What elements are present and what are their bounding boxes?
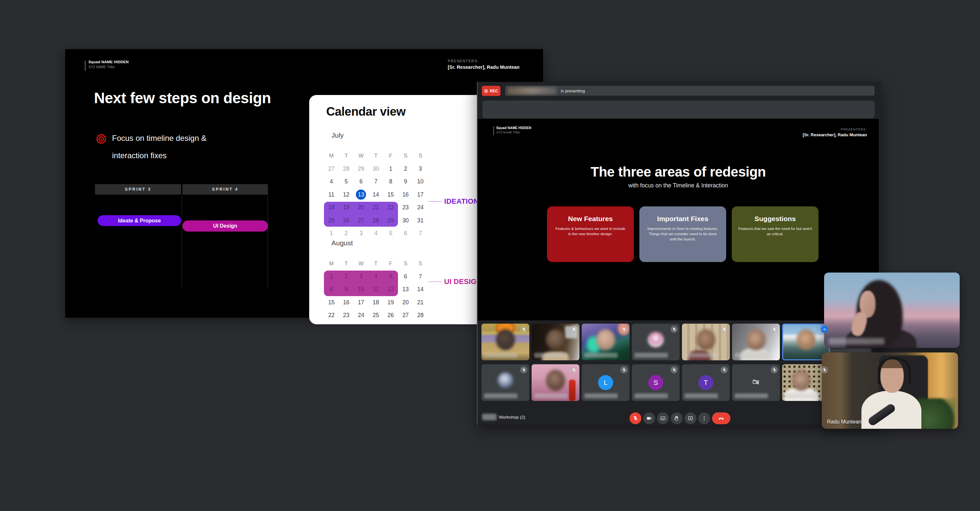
calendar-week-row: 1234567 [324, 270, 432, 283]
calendar-day: 25 [324, 214, 339, 227]
shared-slide-title: The three areas of redesign [477, 164, 879, 180]
calendar-day: 24 [354, 309, 369, 322]
participant-name-redacted [735, 393, 768, 398]
calendar-day: 14 [413, 283, 428, 296]
slide-bullet: Focus on timeline design & interaction f… [96, 129, 206, 164]
calendar-day: 18 [369, 296, 383, 309]
svg-text:CC: CC [662, 418, 664, 420]
participant-grid-row-2: LST [482, 364, 830, 401]
participant-name-redacted [584, 393, 618, 398]
calendar-day: 27 [354, 214, 369, 227]
calendar-week-row: 45678910 [324, 175, 432, 188]
annotation-ui-design: UI DESIGN [428, 277, 482, 286]
calendar-day: 15 [324, 296, 339, 309]
participant-tile[interactable] [531, 324, 579, 360]
calendar-day: 1 [324, 227, 339, 240]
column-divider [267, 194, 268, 288]
calendar-week-row: 22232425262728 [324, 309, 432, 322]
participant-tile[interactable]: L [582, 364, 630, 401]
calendar-day: 4 [369, 270, 383, 283]
card-new-features: New Features Features & behaviours we wa… [547, 206, 634, 262]
calendar-day: 5 [383, 227, 398, 240]
calendar-day: 2 [398, 162, 413, 175]
camera-button[interactable] [643, 412, 655, 424]
participant-face [546, 329, 565, 350]
mic-off-icon [721, 326, 728, 333]
participant-name-redacted [829, 338, 885, 345]
calendar-day: 10 [413, 175, 428, 188]
participant-tile[interactable] [682, 324, 730, 360]
record-icon [484, 89, 488, 93]
presenter-name-redacted [508, 87, 557, 94]
desktop-background: Squad NAME HIDDEN XYZ NAME Tribe PRESENT… [0, 0, 980, 511]
calendar-day: 13 [398, 283, 413, 296]
slide-presenters: PRESENTERS: [Sr. Researcher], Radu Munte… [448, 59, 519, 70]
participant-face [792, 370, 811, 391]
participant-face [696, 329, 715, 350]
participant-tile[interactable]: T [682, 364, 730, 401]
calendar-day: 6 [398, 270, 413, 283]
weekday-label: W [354, 150, 369, 162]
floating-video-radu[interactable]: Radu Muntean [822, 352, 958, 429]
shared-slide-subtitle: with focus on the Timeline & Interaction [477, 182, 879, 189]
present-button[interactable] [684, 412, 696, 424]
calendar-day: 10 [354, 283, 369, 296]
more-button[interactable] [698, 412, 710, 424]
participant-tile[interactable] [632, 324, 679, 360]
weekday-label: T [369, 257, 383, 270]
participant-tile[interactable] [531, 364, 579, 401]
calendar-day: 3 [413, 162, 428, 175]
calendar-day: 26 [383, 309, 398, 322]
calendar-day: 1 [383, 162, 398, 175]
participant-name-redacted [584, 353, 618, 358]
participant-tile[interactable] [732, 324, 780, 360]
participant-name: Radu Muntean [827, 419, 861, 425]
redesign-cards: New Features Features & behaviours we wa… [547, 206, 819, 262]
participant-name-redacted [635, 353, 668, 358]
month-label: July [324, 131, 432, 140]
floating-video-participant[interactable] [824, 272, 960, 348]
captions-button[interactable]: CC [657, 412, 669, 424]
participant-video [822, 352, 958, 429]
calendar-day: 31 [413, 214, 428, 227]
column-divider [182, 194, 182, 288]
participant-tile[interactable] [482, 324, 529, 360]
calendar-day: 20 [354, 201, 369, 214]
sprint-4-header: SPRINT 4 [183, 184, 268, 194]
participant-face [596, 329, 615, 350]
participant-name-redacted [785, 393, 818, 398]
calendar-week-row: 891011121314 [324, 283, 432, 296]
participant-name-redacted [484, 393, 517, 398]
calendar-day: 27 [324, 162, 339, 175]
mic-off-icon [620, 326, 628, 333]
letter-avatar: S [648, 375, 663, 390]
calendar-day: 30 [398, 214, 413, 227]
participant-name-redacted [534, 353, 568, 358]
squad-title: Squad NAME HIDDEN [88, 60, 129, 64]
recording-badge: REC [482, 86, 501, 96]
mic-off-icon [670, 366, 678, 373]
calendar-day: 22 [324, 309, 339, 322]
participant-name-redacted [484, 353, 517, 358]
call-controls: CC [630, 412, 730, 424]
participant-name-redacted [684, 353, 718, 358]
calendar-week-row: 1234567 [324, 227, 432, 240]
raise-hand-button[interactable] [671, 412, 682, 424]
participant-tile[interactable]: S [632, 364, 679, 401]
calendar-week-row: 25262728293031 [324, 214, 432, 227]
participant-face [746, 329, 765, 350]
participant-tile[interactable] [482, 364, 529, 401]
participant-tile[interactable] [582, 324, 630, 360]
end-call-button[interactable] [712, 412, 730, 424]
mic-off-icon [570, 326, 578, 333]
participant-video [824, 272, 960, 348]
participant-tile[interactable] [732, 364, 780, 401]
calendar-day: 1 [324, 270, 339, 283]
calendar-day: 14 [369, 188, 383, 201]
meet-control-bar: Workshop (2) CC [477, 409, 881, 425]
mic-off-icon [570, 366, 578, 373]
meeting-label: Workshop (2) [482, 414, 525, 420]
calendar-day: 28 [339, 162, 353, 175]
mic-button[interactable] [630, 412, 641, 424]
calendar-day: 25 [369, 309, 383, 322]
